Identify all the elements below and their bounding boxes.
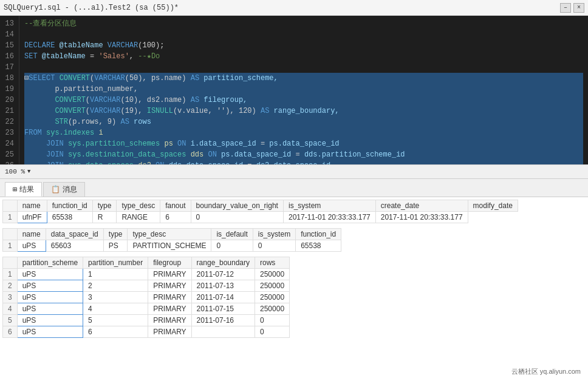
table-cell: PS — [103, 240, 128, 252]
result-table-1: namefunction_idtypetype_descfanoutbounda… — [2, 200, 586, 223]
tab-messages[interactable]: 📋 消息 — [43, 182, 85, 197]
table-cell: PRIMARY — [148, 292, 191, 303]
zoom-dropdown-icon[interactable]: ▼ — [27, 169, 30, 175]
row-num: 2 — [3, 280, 18, 292]
table-cell: 0 — [211, 240, 253, 252]
result-content: namefunction_idtypetype_descfanoutbounda… — [0, 197, 588, 381]
code-line: CONVERT(VARCHAR(10), ds2.name) AS filegr… — [24, 95, 583, 106]
col-header: modify_date — [468, 200, 518, 212]
code-line: SET @tableName = 'Sales', --★Do — [24, 51, 583, 62]
table-cell: 6 — [160, 212, 191, 223]
table-cell: uPS — [17, 326, 83, 338]
table-cell: 250000 — [255, 303, 290, 315]
table-cell: 0 — [255, 326, 290, 338]
col-header: type_desc — [128, 229, 211, 240]
table-cell: 5 — [83, 315, 148, 326]
code-line — [24, 29, 583, 40]
table-cell: PRIMARY — [148, 280, 191, 292]
col-header: partition_scheme — [17, 257, 83, 269]
table-cell: 2017-11-01 20:33:33.177 — [283, 212, 375, 223]
code-line: CONVERT(VARCHAR(19), ISNULL(v.value, '')… — [24, 106, 583, 116]
pin-button[interactable]: – — [560, 3, 571, 13]
code-line: --查看分区信息 — [24, 18, 583, 29]
table-cell: R — [92, 212, 117, 223]
code-line: DECLARE @tableName VARCHAR(100); — [24, 40, 583, 51]
zoom-label: 100 % — [5, 168, 25, 175]
line-numbers: 1314151617181920212223242526 — [0, 16, 19, 164]
row-num: 3 — [3, 292, 18, 303]
row-num: 1 — [3, 240, 18, 252]
table-cell: 65538 — [47, 212, 92, 223]
table-cell: 250000 — [255, 292, 290, 303]
table-cell: 2017-11-01 20:33:33.177 — [375, 212, 468, 223]
code-line: p.partition_number, — [24, 84, 583, 95]
code-area[interactable]: --查看分区信息 DECLARE @tableName VARCHAR(100)… — [19, 16, 588, 164]
tab-results-label: 结果 — [19, 184, 34, 195]
row-num: 6 — [3, 326, 18, 338]
col-header: data_space_id — [46, 229, 103, 240]
table-cell: PRIMARY — [148, 269, 191, 280]
table-cell: RANGE — [117, 212, 160, 223]
col-header: range_boundary — [191, 257, 255, 269]
table-cell: PRIMARY — [148, 326, 191, 338]
table-cell: 6 — [83, 326, 148, 338]
col-header — [3, 257, 18, 269]
table-cell: 250000 — [255, 280, 290, 292]
col-header: filegroup — [148, 257, 191, 269]
row-num: 5 — [3, 315, 18, 326]
tab-results[interactable]: ⊞ 结果 — [5, 182, 42, 197]
table-cell: uPS — [17, 280, 83, 292]
results-icon: ⊞ — [13, 185, 17, 194]
row-num: 1 — [3, 269, 18, 280]
col-header: type — [103, 229, 128, 240]
table-cell: 65603 — [46, 240, 103, 252]
title-bar: SQLQuery1.sql - (...al).Test2 (sa (55))*… — [0, 0, 588, 16]
code-line: FROM sys.indexes i — [24, 127, 583, 138]
messages-icon: 📋 — [51, 185, 60, 194]
table-cell — [191, 326, 255, 338]
table-cell: 2011-07-15 — [191, 303, 255, 315]
table-cell: 2011-07-14 — [191, 292, 255, 303]
table-cell: 3 — [83, 292, 148, 303]
code-line: STR(p.rows, 9) AS rows — [24, 116, 583, 127]
col-header: fanout — [160, 200, 191, 212]
col-header: is_default — [211, 229, 253, 240]
table-cell: 65538 — [296, 240, 341, 252]
table-cell: ufnPF — [17, 212, 47, 223]
result-table-3: partition_schemepartition_numberfilegrou… — [2, 257, 586, 338]
table-cell: 4 — [83, 303, 148, 315]
table-cell: 250000 — [255, 269, 290, 280]
table-cell: uPS — [17, 240, 46, 252]
col-header: is_system — [253, 229, 295, 240]
editor-toolbar: 100 % ▼ — [0, 164, 588, 179]
close-button[interactable]: × — [573, 3, 584, 13]
col-header: name — [17, 229, 46, 240]
watermark: 云栖社区 yq.aliyun.com — [511, 367, 581, 376]
col-header: type — [92, 200, 117, 212]
col-header: rows — [255, 257, 290, 269]
zoom-control[interactable]: 100 % ▼ — [5, 168, 30, 175]
code-line: JOIN sys.destination_data_spaces dds ON … — [24, 149, 583, 160]
row-num: 1 — [3, 212, 18, 223]
table-cell: uPS — [17, 269, 83, 280]
col-header: function_id — [296, 229, 341, 240]
table-cell: 2011-07-12 — [191, 269, 255, 280]
table-cell: 0 — [191, 212, 283, 223]
table-cell: 0 — [255, 315, 290, 326]
col-header: function_id — [47, 200, 92, 212]
row-num: 4 — [3, 303, 18, 315]
table-cell: uPS — [17, 292, 83, 303]
table-cell: PRIMARY — [148, 315, 191, 326]
table-cell: uPS — [17, 303, 83, 315]
col-header: type_desc — [117, 200, 160, 212]
table-cell: uPS — [17, 315, 83, 326]
col-header: partition_number — [83, 257, 148, 269]
table-cell: 2011-07-16 — [191, 315, 255, 326]
sql-editor[interactable]: 1314151617181920212223242526 --查看分区信息 DE… — [0, 16, 588, 164]
table-cell: PRIMARY — [148, 303, 191, 315]
table-cell: PARTITION_SCHEME — [128, 240, 211, 252]
col-header: is_system — [283, 200, 375, 212]
title-buttons: – × — [560, 3, 584, 13]
title-text: SQLQuery1.sql - (...al).Test2 (sa (55))* — [4, 4, 560, 12]
result-tabs: ⊞ 结果 📋 消息 — [0, 179, 588, 197]
